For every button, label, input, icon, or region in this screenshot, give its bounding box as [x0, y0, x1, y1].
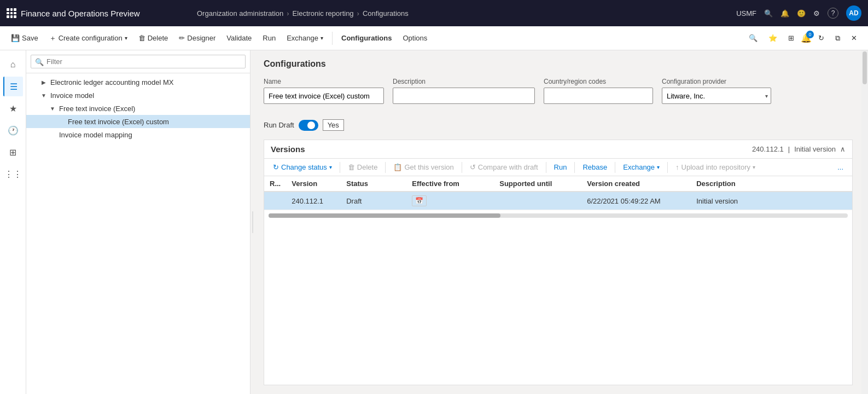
smiley-icon[interactable]: 🙂 — [797, 9, 806, 18]
breadcrumb-org-admin[interactable]: Organization administration — [197, 9, 283, 18]
create-config-button[interactable]: ＋ Create configuration ▾ — [45, 31, 132, 45]
effective-from-calendar-button[interactable]: 📅 — [412, 195, 427, 206]
validate-button[interactable]: Validate — [222, 32, 256, 44]
cell-version: 240.112.1 — [286, 192, 341, 210]
tree-expand-invoice-model[interactable]: ▼ — [39, 91, 48, 100]
sidebar-nav-workspace[interactable]: ⊞ — [3, 142, 23, 162]
col-header-created[interactable]: Version created — [581, 176, 691, 192]
versions-section: Versions 240.112.1 | Initial version ∧ ↻… — [264, 140, 853, 385]
right-scrollbar[interactable] — [861, 50, 868, 394]
save-button[interactable]: 💾 Save — [7, 32, 43, 44]
versions-bottom — [264, 210, 852, 221]
description-input[interactable] — [393, 88, 535, 104]
tree-item-elam[interactable]: ▶ Electronic ledger accounting model MX — [26, 76, 250, 89]
upload-into-repo-button[interactable]: ↑ Upload into repository ▾ — [671, 161, 760, 173]
designer-button[interactable]: ✏ Designer — [174, 32, 220, 44]
sidebar-nav-modules[interactable]: ⋮⋮ — [3, 164, 23, 184]
run-draft-toggle[interactable] — [299, 120, 318, 131]
cell-effective: 📅 — [406, 192, 494, 210]
sidebar-nav-recent[interactable]: 🕐 — [3, 120, 23, 140]
options-tab[interactable]: Options — [398, 32, 432, 44]
breadcrumb-sep-2: › — [357, 9, 359, 18]
search-icon[interactable]: 🔍 — [764, 9, 773, 18]
open-in-new-button[interactable]: ⧉ — [831, 32, 844, 45]
col-header-description[interactable]: Description — [691, 176, 852, 192]
exchange-chevron-icon: ▾ — [321, 35, 323, 41]
apps-grid-icon[interactable] — [7, 8, 16, 18]
run-button[interactable]: Run — [258, 32, 280, 44]
refresh-button[interactable]: ↻ — [814, 32, 829, 44]
sidebar-nav-favorites[interactable]: ★ — [3, 99, 23, 118]
col-header-status[interactable]: Status — [341, 176, 406, 192]
form-row-main: Name Description Country/region codes Co… — [264, 78, 853, 104]
tree-item-invoice-mapping[interactable]: Invoice model mapping — [26, 128, 250, 141]
tree-expand-elam[interactable]: ▶ — [39, 78, 48, 86]
resizer-line — [252, 211, 253, 233]
vtb-sep-2 — [385, 162, 386, 173]
panel-resizer[interactable] — [251, 50, 255, 394]
sidebar-nav-list[interactable]: ☰ — [3, 77, 23, 96]
exchange-button[interactable]: Exchange ▾ — [282, 32, 328, 44]
tree-panel: 🔍 ▶ Electronic ledger accounting model M… — [26, 50, 251, 394]
versions-title: Versions — [271, 144, 748, 154]
delete-button[interactable]: 🗑 Delete — [134, 32, 173, 44]
versions-header: Versions 240.112.1 | Initial version ∧ — [264, 140, 852, 159]
versions-meta-label: Initial version — [794, 145, 836, 153]
app-logo-area: Finance and Operations Preview — [7, 8, 193, 18]
versions-collapse-icon[interactable]: ∧ — [840, 145, 846, 153]
configurations-tab[interactable]: Configurations — [337, 32, 396, 44]
versions-run-button[interactable]: Run — [550, 161, 572, 173]
exchange-chevron-icon-2: ▾ — [657, 164, 660, 170]
country-input[interactable] — [544, 88, 653, 104]
company-label[interactable]: USMF — [736, 9, 756, 18]
versions-meta: 240.112.1 | Initial version ∧ — [752, 145, 846, 153]
change-status-chevron-icon: ▾ — [329, 164, 332, 170]
tree-expand-invoice-mapping — [48, 130, 57, 139]
tree-item-invoice-model[interactable]: ▼ Invoice model — [26, 89, 250, 102]
breadcrumb-configurations[interactable]: Configurations — [363, 9, 409, 18]
content-panel: Configurations Name Description Country/… — [255, 50, 861, 394]
provider-select[interactable]: Litware, Inc. — [662, 88, 771, 104]
bell-icon[interactable]: 🔔 — [780, 9, 789, 18]
main-toolbar: 💾 Save ＋ Create configuration ▾ 🗑 Delete… — [0, 26, 868, 50]
versions-more-button[interactable]: ... — [833, 161, 848, 173]
horizontal-scrollbar-track[interactable] — [269, 213, 848, 218]
tree-filter-input[interactable] — [31, 55, 246, 68]
versions-table: R... Version Status Effective from Suppo… — [264, 176, 852, 210]
cell-status: Draft — [341, 192, 406, 210]
notifications-badge[interactable]: 🔔 0 — [801, 33, 812, 43]
col-header-supported[interactable]: Supported until — [494, 176, 581, 192]
help-icon[interactable]: ? — [828, 8, 838, 19]
right-scroll-thumb[interactable] — [863, 51, 867, 84]
user-avatar[interactable]: AD — [846, 5, 861, 21]
versions-delete-button[interactable]: 🗑 Delete — [343, 161, 382, 173]
vtb-sep-7 — [667, 162, 668, 173]
sidebar-icon-rail: ⌂ ☰ ★ 🕐 ⊞ ⋮⋮ — [0, 50, 26, 394]
sidebar-nav-home[interactable]: ⌂ — [3, 55, 23, 74]
name-input[interactable] — [264, 88, 384, 104]
toolbar-star-icon[interactable]: ⭐ — [764, 32, 782, 44]
toolbar-columns-icon[interactable]: ⊞ — [784, 32, 799, 44]
breadcrumb: Organization administration › Electronic… — [197, 9, 732, 18]
tree-expand-fti-excel[interactable]: ▼ — [48, 104, 57, 113]
toolbar-search-button[interactable]: 🔍 — [744, 32, 762, 44]
tree-item-fti-excel[interactable]: ▼ Free text invoice (Excel) — [26, 102, 250, 115]
get-this-version-button[interactable]: 📋 Get this version — [389, 161, 458, 173]
compare-with-draft-button[interactable]: ↺ Compare with draft — [465, 161, 543, 173]
tree-item-fti-excel-custom[interactable]: Free text invoice (Excel) custom — [26, 115, 250, 128]
rebase-button[interactable]: Rebase — [578, 161, 611, 173]
close-button[interactable]: ✕ — [847, 32, 861, 44]
versions-exchange-button[interactable]: Exchange ▾ — [619, 161, 664, 173]
form-field-country: Country/region codes — [544, 78, 653, 104]
col-header-version[interactable]: Version — [286, 176, 341, 192]
horizontal-scrollbar-thumb[interactable] — [269, 213, 500, 218]
breadcrumb-electronic-reporting[interactable]: Electronic reporting — [293, 9, 354, 18]
change-status-button[interactable]: ↻ Change status ▾ — [269, 161, 336, 173]
create-icon: ＋ — [49, 33, 56, 43]
delete-icon: 🗑 — [138, 34, 145, 42]
tree-search-area: 🔍 — [26, 50, 250, 73]
col-header-r: R... — [264, 176, 286, 192]
col-header-effective[interactable]: Effective from — [406, 176, 494, 192]
table-row[interactable]: 240.112.1 Draft 📅 6/22/2021 05:49:22 AM … — [264, 192, 852, 210]
settings-icon[interactable]: ⚙ — [813, 9, 820, 18]
